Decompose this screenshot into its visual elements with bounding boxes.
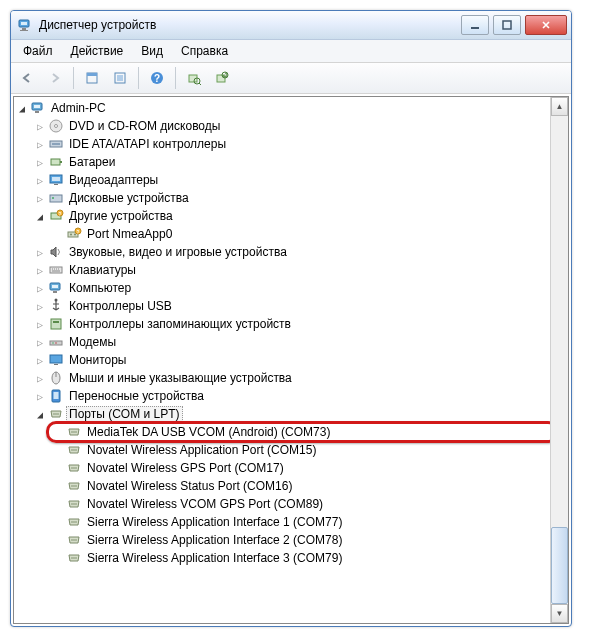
expand-icon[interactable]: ▷ <box>34 390 46 402</box>
computer-icon <box>48 280 64 296</box>
tree-item[interactable]: ◢?Другие устройства <box>34 207 550 225</box>
expand-icon[interactable]: ▷ <box>34 138 46 150</box>
svg-rect-42 <box>51 319 61 329</box>
svg-text:?: ? <box>154 73 160 84</box>
modem-icon <box>48 334 64 350</box>
tree-item[interactable]: ▷Мониторы <box>34 351 550 369</box>
help-button[interactable]: ? <box>145 66 169 90</box>
svg-point-56 <box>73 431 75 433</box>
ports-icon <box>48 406 64 422</box>
tree-item[interactable]: ·MediaTek DA USB VCOM (Android) (COM73) <box>52 423 550 441</box>
collapse-icon[interactable]: ◢ <box>34 408 46 420</box>
tree-item[interactable]: ·?Port NmeaApp0 <box>52 225 550 243</box>
device-tree[interactable]: ◢Admin-PC▷DVD и CD-ROM дисководы▷IDE ATA… <box>14 97 550 623</box>
tree-item[interactable]: ▷Дисковые устройства <box>34 189 550 207</box>
menu-action[interactable]: Действие <box>63 42 132 60</box>
svg-point-61 <box>71 467 73 469</box>
expand-icon[interactable]: ▷ <box>34 264 46 276</box>
menu-help[interactable]: Справка <box>173 42 236 60</box>
svg-point-77 <box>73 557 75 559</box>
disk-drive-icon <box>48 190 64 206</box>
svg-point-76 <box>71 557 73 559</box>
tree-item[interactable]: ◢Порты (COM и LPT) <box>34 405 550 423</box>
svg-point-45 <box>52 342 54 344</box>
tree-item[interactable]: ·Sierra Wireless Application Interface 2… <box>52 531 550 549</box>
tree-item[interactable]: ·Novatel Wireless GPS Port (COM17) <box>52 459 550 477</box>
tree-item[interactable]: ▷Контроллеры USB <box>34 297 550 315</box>
expand-icon[interactable]: ▷ <box>34 300 46 312</box>
tree-item[interactable]: ◢Admin-PC <box>16 99 550 117</box>
svg-rect-39 <box>52 285 58 288</box>
scroll-thumb[interactable] <box>551 527 568 604</box>
keyboard-icon <box>48 262 64 278</box>
tree-item-label: Novatel Wireless Application Port (COM15… <box>84 442 319 458</box>
scan-hardware-button[interactable] <box>182 66 206 90</box>
tree-item[interactable]: ▷Модемы <box>34 333 550 351</box>
scroll-up-button[interactable]: ▲ <box>551 97 568 116</box>
expand-icon[interactable]: ▷ <box>34 354 46 366</box>
maximize-button[interactable] <box>493 15 521 35</box>
expand-icon[interactable]: ▷ <box>34 174 46 186</box>
tree-item[interactable]: ▷Контроллеры запоминающих устройств <box>34 315 550 333</box>
vertical-scrollbar[interactable]: ▲ ▼ <box>550 97 568 623</box>
tree-item[interactable]: ▷Видеоадаптеры <box>34 171 550 189</box>
display-adapter-icon <box>48 172 64 188</box>
expand-icon[interactable]: ▷ <box>34 318 46 330</box>
svg-point-75 <box>75 539 77 541</box>
expand-icon[interactable]: ▷ <box>34 156 46 168</box>
collapse-icon[interactable]: ◢ <box>16 102 28 114</box>
toolbar-separator <box>73 67 74 89</box>
tree-item[interactable]: ▷DVD и CD-ROM дисководы <box>34 117 550 135</box>
mouse-icon <box>48 370 64 386</box>
tree-item[interactable]: ▷Компьютер <box>34 279 550 297</box>
properties-button[interactable] <box>108 66 132 90</box>
expand-icon[interactable]: ▷ <box>34 120 46 132</box>
tree-item[interactable]: ▷IDE ATA/ATAPI контроллеры <box>34 135 550 153</box>
expand-icon[interactable]: ▷ <box>34 246 46 258</box>
show-hidden-button[interactable] <box>80 66 104 90</box>
tree-item[interactable]: ·Novatel Wireless VCOM GPS Port (COM89) <box>52 495 550 513</box>
expand-icon[interactable]: ▷ <box>34 282 46 294</box>
collapse-icon[interactable]: ◢ <box>34 210 46 222</box>
tree-item-label: Sierra Wireless Application Interface 2 … <box>84 532 345 548</box>
svg-rect-7 <box>87 73 97 76</box>
usb-icon <box>48 298 64 314</box>
tree-item-label: Порты (COM и LPT) <box>66 406 183 422</box>
scroll-track[interactable] <box>551 116 568 604</box>
tree-item[interactable]: ▷Звуковые, видео и игровые устройства <box>34 243 550 261</box>
svg-point-19 <box>55 125 58 128</box>
tree-item[interactable]: ▷Переносные устройства <box>34 387 550 405</box>
expand-icon[interactable]: ▷ <box>34 336 46 348</box>
tree-item[interactable]: ·Sierra Wireless Application Interface 3… <box>52 549 550 567</box>
close-button[interactable] <box>525 15 567 35</box>
svg-rect-51 <box>54 392 59 399</box>
sound-icon <box>48 244 64 260</box>
tree-item[interactable]: ▷Мыши и иные указывающие устройства <box>34 369 550 387</box>
tree-item-label: Другие устройства <box>66 208 176 224</box>
svg-rect-40 <box>53 291 57 293</box>
tree-item[interactable]: ·Novatel Wireless Application Port (COM1… <box>52 441 550 459</box>
svg-point-67 <box>71 503 73 505</box>
back-button[interactable] <box>15 66 39 90</box>
svg-point-70 <box>71 521 73 523</box>
forward-button[interactable] <box>43 66 67 90</box>
menu-file[interactable]: Файл <box>15 42 61 60</box>
computer-icon <box>30 100 46 116</box>
minimize-button[interactable] <box>461 15 489 35</box>
tree-item[interactable]: ▷Клавиатуры <box>34 261 550 279</box>
update-driver-button[interactable] <box>210 66 234 90</box>
svg-point-60 <box>75 449 77 451</box>
svg-point-54 <box>57 413 59 415</box>
monitor-icon <box>48 352 64 368</box>
scroll-down-button[interactable]: ▼ <box>551 604 568 623</box>
tree-item[interactable]: ·Novatel Wireless Status Port (COM16) <box>52 477 550 495</box>
tree-item[interactable]: ▷Батареи <box>34 153 550 171</box>
svg-rect-17 <box>35 111 39 113</box>
expand-icon[interactable]: ▷ <box>34 372 46 384</box>
menu-view[interactable]: Вид <box>133 42 171 60</box>
unknown-port-icon: ? <box>66 226 82 242</box>
com-port-icon <box>66 550 82 566</box>
tree-item[interactable]: ·Sierra Wireless Application Interface 1… <box>52 513 550 531</box>
expand-icon[interactable]: ▷ <box>34 192 46 204</box>
svg-rect-5 <box>503 21 511 29</box>
